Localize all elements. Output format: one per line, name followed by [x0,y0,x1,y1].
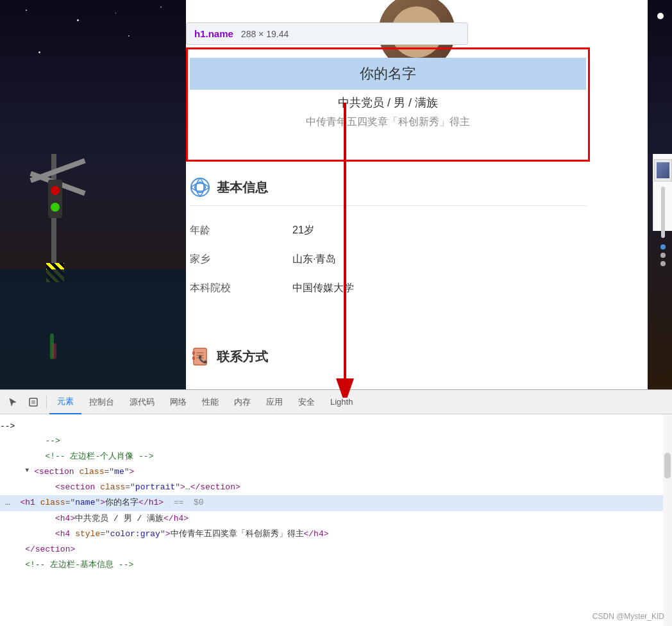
basic-info-section: 基本信息 年龄 21岁 家乡 山东·青岛 本科院校 中国传媒大学 [190,172,586,303]
hometown-value: 山东·青岛 [292,253,336,266]
tab-memory[interactable]: 内存 [226,390,258,414]
code-line-1: --> [0,434,672,449]
devtools-tabs-bar: 元素 控制台 源代码 网络 性能 内存 应用 安全 Lighth [0,390,672,414]
csdn-watermark: CSDN @Myster_KID [592,612,664,621]
code-line-6: <h4> 中共党员 / 男 / 满族 </h4> [0,511,672,527]
tooltip-classname: h1.name [194,28,233,39]
thumbnail [654,159,672,182]
tab-console[interactable]: 控制台 [81,390,122,414]
cursor-tool-button[interactable] [3,392,23,412]
tab-application[interactable]: 应用 [258,390,290,414]
right-scrollbar-panel [653,154,672,231]
age-label: 年龄 [190,224,292,237]
basic-info-title-text: 基本信息 [217,179,268,196]
contact-title-text: 联系方式 [217,348,268,366]
code-line-8: </section> [0,542,672,557]
profile-name: 你的名字 [190,58,586,90]
svg-rect-12 [31,400,35,404]
tab-lighthouse[interactable]: Lighth [323,390,360,414]
dot-2 [660,253,666,258]
devtools-scrollbar-track[interactable] [663,414,672,626]
tab-divider-1 [46,396,47,409]
basic-info-icon [190,177,210,198]
svg-point-0 [191,178,209,196]
svg-rect-3 [192,351,195,355]
profile-subtitle2: 中传青年五四奖章「科创新秀」得主 [190,113,586,131]
devtools-panel: 元素 控制台 源代码 网络 性能 内存 应用 安全 Lighth --> [0,389,672,626]
code-line-9: <!-- 左边栏-基本信息 --> [0,557,672,573]
dot-3 [660,261,666,266]
scene-illustration [0,26,186,398]
tab-elements[interactable]: 元素 [49,390,81,414]
profile-name-area: 你的名字 中共党员 / 男 / 满族 中传青年五四奖章「科创新秀」得主 [190,53,586,137]
element-tooltip: h1.name 288 × 19.44 [186,22,468,45]
contact-section: 📞 联系方式 [190,346,268,367]
profile-subtitle: 中共党员 / 男 / 满族 [190,90,586,113]
inspect-tool-button[interactable] [23,392,44,412]
code-line-5-selected[interactable]: … <h1 class =" name " > 你的名字 </h1> == $0 [0,495,672,511]
contact-icon: 📞 [190,346,210,367]
tooltip-dimensions: 288 × 19.44 [241,29,289,39]
info-row-university: 本科院校 中国传媒大学 [190,274,586,303]
section-divider [190,205,586,206]
tab-security[interactable]: 安全 [290,390,323,414]
code-line-4: <section class =" portrait " > … </secti… [0,480,672,495]
hometown-label: 家乡 [190,253,292,266]
age-value: 21岁 [292,224,314,237]
cursor-icon [8,397,18,407]
devtools-scrollbar-thumb[interactable] [664,453,671,478]
tab-sources[interactable]: 源代码 [122,390,162,414]
university-label: 本科院校 [190,282,292,295]
tab-performance[interactable]: 性能 [194,390,226,414]
code-line-3: ▼ <section class =" me " > [0,464,672,480]
scroll-indicator [661,187,665,238]
code-line-2: <!-- 左边栏-个人肖像 --> [0,449,672,464]
svg-rect-4 [192,357,195,360]
nav-dots [653,244,672,266]
contact-title: 📞 联系方式 [190,346,268,367]
inspect-icon [28,397,38,407]
dot-1 [660,244,666,250]
code-line-7: <h4 style =" color:gray " > 中传青年五四奖章「科创新… [0,527,672,542]
code-display-area: --> --> <!-- 左边栏-个人肖像 --> ▼ <section cla… [0,414,672,578]
svg-text:📞: 📞 [198,354,208,364]
info-row-hometown: 家乡 山东·青岛 [190,245,586,274]
university-value: 中国传媒大学 [292,282,354,295]
basic-info-title: 基本信息 [190,172,586,203]
info-row-age: 年龄 21岁 [190,216,586,245]
tab-network[interactable]: 网络 [162,390,194,414]
